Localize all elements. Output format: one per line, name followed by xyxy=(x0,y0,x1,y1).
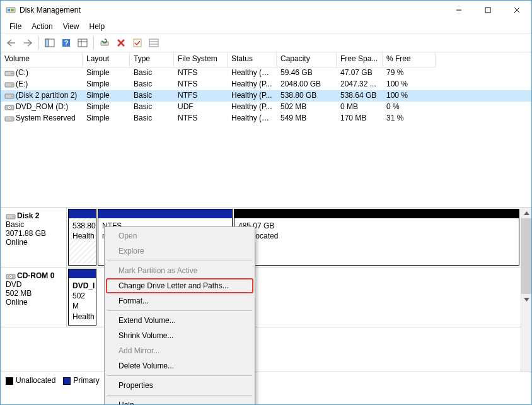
scroll-down-icon[interactable] xyxy=(521,294,531,305)
disk-kind: Basic xyxy=(6,220,24,229)
volume-name: DVD_ROM (D:) xyxy=(16,102,68,111)
scroll-thumb[interactable] xyxy=(521,218,531,294)
show-hide-button[interactable] xyxy=(43,36,57,50)
cell-pct: 100 % xyxy=(383,79,436,90)
col-free[interactable]: Free Spa... xyxy=(337,52,383,68)
cell-capacity: 502 MB xyxy=(277,102,337,113)
menu-view[interactable]: View xyxy=(58,21,84,32)
scrollbar[interactable] xyxy=(521,208,531,372)
volume-list-body: (C:)SimpleBasicNTFSHealthy (B...59.46 GB… xyxy=(1,68,531,124)
ctx-delete[interactable]: Delete Volume... xyxy=(106,358,253,373)
ctx-help[interactable]: Help xyxy=(106,397,253,405)
ctx-format[interactable]: Format... xyxy=(106,293,253,308)
cell-status: Healthy (S... xyxy=(228,113,277,124)
ctx-properties[interactable]: Properties xyxy=(106,378,253,393)
ctx-mirror[interactable]: Add Mirror... xyxy=(106,343,253,358)
menu-action[interactable]: Action xyxy=(26,21,57,32)
disk-row: CD-ROM 0DVD502 MBOnlineDVD_I502 MHealth xyxy=(1,267,521,327)
svg-point-26 xyxy=(11,95,13,97)
cell-status: Healthy (P... xyxy=(228,79,277,90)
drive-icon xyxy=(4,115,14,122)
svg-rect-11 xyxy=(78,39,87,47)
settings-button[interactable] xyxy=(76,36,90,50)
maximize-button[interactable] xyxy=(473,1,502,20)
cell-type: Basic xyxy=(130,79,174,90)
volume-row[interactable]: DVD_ROM (D:)SimpleBasicUDFHealthy (P...5… xyxy=(1,102,531,113)
col-fs[interactable]: File System xyxy=(174,52,228,68)
menu-help[interactable]: Help xyxy=(84,21,110,32)
check-button[interactable] xyxy=(130,36,144,50)
cell-fs: NTFS xyxy=(174,113,228,124)
partition-body: 538.80Health xyxy=(69,218,96,265)
cell-layout: Simple xyxy=(83,113,130,124)
disk-name: CD-ROM 0 xyxy=(17,271,54,280)
cell-layout: Simple xyxy=(83,68,130,79)
disk-size: 3071.88 GB xyxy=(6,229,46,238)
legend-primary: Primary xyxy=(63,376,99,385)
ctx-change-drive-letter[interactable]: Change Drive Letter and Paths... xyxy=(106,278,253,293)
legend: Unallocated Primary xyxy=(1,372,531,389)
svg-point-24 xyxy=(11,84,13,85)
volume-row[interactable]: (Disk 2 partition 2)SimpleBasicNTFSHealt… xyxy=(1,90,531,102)
close-button[interactable] xyxy=(502,1,531,20)
menubar: File Action View Help xyxy=(1,20,531,33)
app-icon xyxy=(6,5,16,15)
volume-list-header: Volume Layout Type File System Status Ca… xyxy=(1,52,531,68)
ctx-open[interactable]: Open xyxy=(106,228,253,244)
ctx-extend[interactable]: Extend Volume... xyxy=(106,313,253,328)
svg-point-36 xyxy=(10,276,11,278)
cell-pct: 79 % xyxy=(383,68,436,79)
cell-fs: NTFS xyxy=(174,90,228,102)
partition[interactable]: 485.07 GBUnallocated xyxy=(234,209,519,266)
col-status[interactable]: Status xyxy=(228,52,277,68)
col-layout[interactable]: Layout xyxy=(83,52,130,68)
cell-type: Basic xyxy=(130,90,174,102)
titlebar[interactable]: Disk Management xyxy=(1,1,531,20)
col-capacity[interactable]: Capacity xyxy=(277,52,337,68)
col-pct[interactable]: % Free xyxy=(383,52,436,68)
disk-size: 502 MB xyxy=(6,289,32,298)
list-button[interactable] xyxy=(147,36,161,50)
partition-stripe xyxy=(69,269,96,278)
refresh-button[interactable] xyxy=(98,36,112,50)
partition[interactable]: 538.80Health xyxy=(68,209,96,266)
context-menu: Open Explore Mark Partition as Active Ch… xyxy=(104,226,255,405)
cell-layout: Simple xyxy=(83,79,130,90)
cell-layout: Simple xyxy=(83,90,130,102)
minimize-button[interactable] xyxy=(444,1,473,20)
menu-file[interactable]: File xyxy=(4,21,26,32)
volume-row[interactable]: System ReservedSimpleBasicNTFSHealthy (S… xyxy=(1,113,531,124)
drive-icon xyxy=(4,81,14,88)
drive-icon xyxy=(4,103,14,111)
ctx-shrink[interactable]: Shrink Volume... xyxy=(106,328,253,343)
partition-stripe xyxy=(69,209,96,218)
forward-button[interactable] xyxy=(21,36,35,50)
partition[interactable]: DVD_I502 MHealth xyxy=(68,269,96,326)
scroll-up-icon[interactable] xyxy=(521,208,531,218)
volume-name: (C:) xyxy=(16,68,28,77)
cell-free: 538.64 GB xyxy=(337,90,383,102)
col-volume[interactable]: Volume xyxy=(1,52,83,68)
col-type[interactable]: Type xyxy=(130,52,174,68)
volume-row[interactable]: (C:)SimpleBasicNTFSHealthy (B...59.46 GB… xyxy=(1,68,531,79)
svg-rect-17 xyxy=(134,39,141,47)
disk-row: Disk 2Basic3071.88 GBOnline538.80HealthN… xyxy=(1,208,521,267)
cell-capacity: 59.46 GB xyxy=(277,68,337,79)
cell-type: Basic xyxy=(130,68,174,79)
cell-capacity: 538.80 GB xyxy=(277,90,337,102)
partition-body: 485.07 GBUnallocated xyxy=(234,218,519,265)
cell-pct: 0 % xyxy=(383,102,436,113)
disk-label[interactable]: Disk 2Basic3071.88 GBOnline xyxy=(1,208,67,267)
help-button[interactable]: ? xyxy=(59,36,73,50)
svg-rect-14 xyxy=(101,42,108,45)
disk-state: Online xyxy=(6,238,28,247)
disk-label[interactable]: CD-ROM 0DVD502 MBOnline xyxy=(1,267,67,327)
back-button[interactable] xyxy=(4,36,18,50)
volume-row[interactable]: (E:)SimpleBasicNTFSHealthy (P...2048.00 … xyxy=(1,79,531,90)
ctx-explore[interactable]: Explore xyxy=(106,244,253,259)
cell-fs: NTFS xyxy=(174,68,228,79)
delete-button[interactable] xyxy=(114,36,128,50)
cell-capacity: 2048.00 GB xyxy=(277,79,337,90)
svg-text:?: ? xyxy=(64,39,69,47)
ctx-mark-active[interactable]: Mark Partition as Active xyxy=(106,263,253,278)
